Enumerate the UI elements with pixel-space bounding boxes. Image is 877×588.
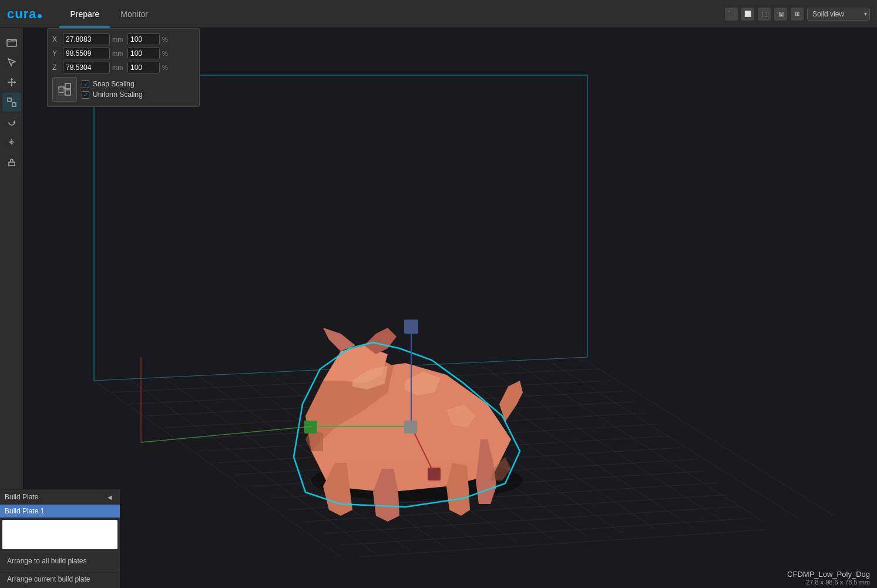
tool-support[interactable]: [2, 153, 21, 172]
z-value-input[interactable]: [63, 62, 110, 73]
tool-scale[interactable]: [2, 93, 21, 112]
scale-to-max-button[interactable]: [52, 77, 77, 102]
svg-line-30: [235, 375, 482, 545]
svg-marker-47: [323, 463, 352, 516]
nav-tabs: Prepare Monitor: [59, 0, 159, 28]
svg-marker-48: [373, 469, 399, 522]
y-axis-label: Y: [52, 49, 61, 58]
svg-rect-68: [65, 83, 70, 89]
svg-rect-3: [9, 162, 15, 166]
svg-rect-61: [404, 320, 418, 334]
svg-marker-53: [404, 372, 441, 395]
tool-rotate[interactable]: [2, 113, 21, 132]
snap-scaling-option[interactable]: ✓ Snap Scaling: [82, 80, 143, 88]
model-name: CFDMP_Low_Poly_Dog: [787, 570, 870, 579]
svg-line-12: [129, 381, 611, 404]
svg-point-41: [311, 460, 523, 501]
tab-monitor[interactable]: Monitor: [110, 0, 159, 28]
svg-line-9: [94, 357, 587, 381]
collapse-button[interactable]: ◀: [105, 492, 115, 502]
y-pct-input[interactable]: [127, 48, 160, 59]
x-pct-input[interactable]: [127, 33, 160, 45]
svg-line-34: [376, 370, 623, 533]
svg-line-65: [141, 426, 311, 442]
tool-mirror[interactable]: [2, 133, 21, 152]
viewport[interactable]: X mm % Y mm % Z mm %: [23, 28, 877, 588]
svg-line-38: [517, 364, 764, 522]
header-right: ⬛ ⬜ ⬚ ▨ ⊞ Solid view X-Ray view Layer vi…: [725, 8, 870, 21]
svg-marker-57: [294, 342, 520, 507]
svg-line-27: [129, 379, 376, 554]
svg-marker-44: [323, 345, 388, 384]
scale-row-y: Y mm %: [52, 48, 194, 59]
tool-select[interactable]: [2, 53, 21, 72]
tab-prepare[interactable]: Prepare: [59, 0, 110, 28]
svg-line-20: [270, 471, 705, 498]
svg-marker-43: [305, 357, 394, 451]
uniform-scaling-option[interactable]: ✓ Uniform Scaling: [82, 90, 143, 99]
svg-line-40: [587, 362, 834, 516]
svg-line-29: [200, 377, 446, 548]
svg-line-36: [446, 367, 693, 527]
scale-row-x: X mm %: [52, 33, 194, 45]
z-pct-input[interactable]: [127, 62, 160, 73]
tool-open[interactable]: [2, 33, 21, 52]
view-icon-5[interactable]: ⊞: [791, 8, 804, 21]
arrange-current-button[interactable]: Arrange current build plate: [0, 570, 120, 588]
snap-scaling-label: Snap Scaling: [93, 80, 135, 88]
uniform-scaling-checkbox[interactable]: ✓: [82, 91, 89, 99]
model-dimensions: 27.8 x 98.6 x 78.5 mm: [787, 579, 870, 586]
logo-dot: [38, 14, 42, 18]
svg-line-22: [305, 495, 728, 522]
svg-marker-54: [446, 404, 476, 428]
svg-line-32: [305, 372, 552, 539]
z-unit: mm: [112, 64, 125, 71]
svg-line-15: [182, 413, 646, 439]
svg-line-26: [94, 381, 341, 557]
scale-panel: X mm % Y mm % Z mm %: [47, 28, 200, 107]
tool-move[interactable]: [2, 73, 21, 92]
x-unit: mm: [112, 36, 125, 43]
svg-line-33: [341, 371, 587, 536]
bottom-panel: Build Plate ◀ Build Plate 1 Arrange to a…: [0, 489, 120, 588]
svg-line-60: [411, 426, 435, 475]
svg-marker-46: [364, 328, 397, 354]
svg-line-10: [94, 357, 587, 381]
view-icon-1[interactable]: ⬛: [725, 8, 738, 21]
scale-options: ✓ Snap Scaling ✓ Uniform Scaling: [82, 80, 143, 99]
logo: cura: [7, 6, 42, 22]
arrange-all-button[interactable]: Arrange to all build plates: [0, 552, 120, 570]
x-axis-label: X: [52, 35, 61, 43]
svg-line-24: [341, 518, 752, 545]
svg-line-21: [288, 483, 717, 510]
svg-line-37: [482, 366, 728, 525]
svg-rect-63: [404, 421, 417, 434]
svg-rect-1: [8, 98, 11, 102]
svg-line-17: [217, 436, 670, 463]
view-mode-select[interactable]: Solid view X-Ray view Layer view Materia…: [807, 8, 870, 21]
y-value-input[interactable]: [63, 48, 110, 59]
svg-line-31: [270, 374, 517, 542]
y-unit: mm: [112, 50, 125, 57]
svg-marker-42: [311, 363, 511, 492]
x-pct-label: %: [162, 36, 168, 43]
snap-scaling-checkbox[interactable]: ✓: [82, 80, 89, 88]
svg-line-18: [235, 448, 681, 475]
svg-marker-51: [499, 381, 523, 422]
view-icon-3[interactable]: ⬚: [758, 8, 771, 21]
view-icon-4[interactable]: ▨: [774, 8, 787, 21]
svg-line-16: [200, 424, 658, 451]
build-plate-1-item[interactable]: Build Plate 1: [0, 505, 120, 518]
build-plate-header: Build Plate: [5, 493, 38, 501]
scale-row-z: Z mm %: [52, 62, 194, 73]
svg-line-28: [164, 378, 411, 551]
svg-line-25: [358, 530, 764, 557]
header: cura Prepare Monitor ⬛ ⬜ ⬚ ▨ ⊞ Solid vie…: [0, 0, 877, 28]
svg-rect-69: [65, 90, 70, 95]
build-plate-preview: [2, 520, 117, 549]
view-icon-2[interactable]: ⬜: [741, 8, 754, 21]
svg-marker-50: [476, 439, 496, 504]
svg-line-39: [552, 363, 799, 519]
y-pct-label: %: [162, 50, 168, 57]
x-value-input[interactable]: [63, 33, 110, 45]
